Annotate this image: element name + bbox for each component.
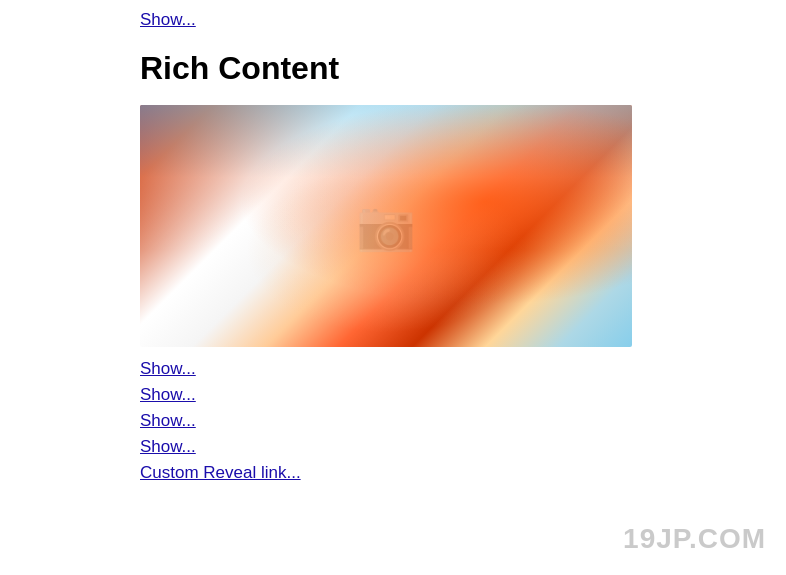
- show-link-3[interactable]: Show...: [140, 411, 646, 431]
- rich-content-heading: Rich Content: [140, 50, 646, 87]
- watermark: 19JP.COM: [623, 523, 766, 555]
- custom-reveal-link[interactable]: Custom Reveal link...: [140, 463, 646, 483]
- rich-content-image: [140, 105, 632, 347]
- show-link-1[interactable]: Show...: [140, 359, 646, 379]
- show-link-4[interactable]: Show...: [140, 437, 646, 457]
- top-show-link[interactable]: Show...: [140, 10, 646, 30]
- page-content: Show... Rich Content Show... Show... Sho…: [0, 0, 786, 509]
- show-link-2[interactable]: Show...: [140, 385, 646, 405]
